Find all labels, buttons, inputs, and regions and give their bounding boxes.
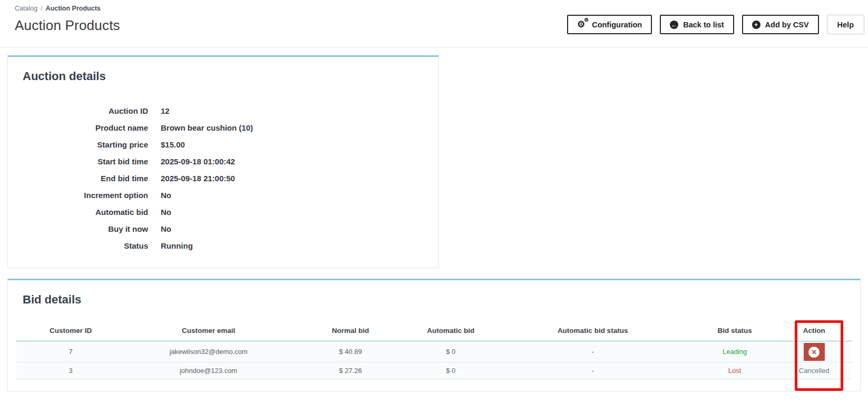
detail-row-buy-it-now: Buy it now No bbox=[23, 220, 430, 237]
configuration-button[interactable]: ⚙⚙ Configuration bbox=[567, 15, 652, 34]
cancel-icon: ✕ bbox=[808, 347, 820, 358]
bid-table-header-row: Customer ID Customer email Normal bid Au… bbox=[16, 319, 852, 341]
cell-automatic-bid-status: - bbox=[492, 362, 693, 379]
cell-bid-status: Lost bbox=[693, 362, 777, 379]
table-row: 7 jakewilson32@demo.com $ 40.89 $ 0 - Le… bbox=[16, 341, 852, 362]
detail-row-starting-price: Starting price $15.00 bbox=[23, 136, 430, 153]
detail-row-status: Status Running bbox=[23, 237, 430, 254]
cell-bid-status: Leading bbox=[693, 341, 777, 362]
add-by-csv-button-label: Add by CSV bbox=[765, 21, 809, 29]
field-value: No bbox=[161, 224, 171, 233]
auction-details-title: Auction details bbox=[23, 70, 430, 83]
field-value: No bbox=[161, 191, 171, 200]
detail-row-start-bid-time: Start bid time 2025-09-18 01:00:42 bbox=[23, 153, 430, 170]
bid-table: Customer ID Customer email Normal bid Au… bbox=[16, 319, 852, 379]
breadcrumb-catalog[interactable]: Catalog bbox=[15, 5, 37, 12]
cell-normal-bid: $ 40.89 bbox=[292, 341, 409, 362]
field-label: Start bid time bbox=[23, 157, 148, 166]
page-title: Auction Products bbox=[15, 17, 120, 34]
field-label: Auction ID bbox=[23, 106, 148, 115]
field-value: 12 bbox=[161, 106, 170, 115]
field-value: No bbox=[161, 208, 171, 217]
back-to-list-button-label: Back to list bbox=[683, 21, 724, 29]
back-circle-icon: ← bbox=[670, 21, 678, 29]
cancel-bid-button[interactable]: ✕ bbox=[804, 343, 825, 361]
table-row: 3 johndoe@123.com $ 27.26 $ 0 - Lost Can… bbox=[16, 362, 852, 379]
detail-row-end-bid-time: End bid time 2025-09-18 21:00:50 bbox=[23, 170, 430, 186]
col-header-action: Action bbox=[776, 319, 852, 341]
col-header-automatic-bid: Automatic bid bbox=[409, 319, 493, 341]
cell-normal-bid: $ 27.26 bbox=[292, 362, 409, 379]
bid-details-title: Bid details bbox=[23, 293, 852, 307]
breadcrumb-current: Auction Products bbox=[46, 5, 101, 12]
auction-details-panel: Auction details Auction ID 12 Product na… bbox=[7, 55, 439, 268]
help-button[interactable]: Help bbox=[827, 15, 864, 34]
col-header-customer-email: Customer email bbox=[125, 319, 292, 341]
detail-row-auction-id: Auction ID 12 bbox=[23, 102, 430, 119]
breadcrumb: Catalog/Auction Products bbox=[15, 5, 120, 12]
cell-customer-id: 7 bbox=[16, 341, 125, 362]
cell-action-cancelled: Cancelled bbox=[776, 362, 852, 379]
field-value: 2025-09-18 21:00:50 bbox=[161, 174, 235, 183]
col-header-normal-bid: Normal bid bbox=[292, 319, 409, 341]
col-header-automatic-bid-status: Automatic bid status bbox=[492, 319, 693, 341]
detail-row-automatic-bid: Automatic bid No bbox=[23, 203, 430, 220]
page-header: Catalog/Auction Products Auction Product… bbox=[0, 0, 868, 47]
cogs-icon: ⚙⚙ bbox=[577, 20, 585, 29]
header-left: Catalog/Auction Products Auction Product… bbox=[15, 4, 120, 34]
field-value: 2025-09-18 01:00:42 bbox=[161, 157, 235, 166]
cell-action: ✕ bbox=[776, 341, 852, 362]
cell-automatic-bid: $ 0 bbox=[409, 341, 493, 362]
field-label: Status bbox=[23, 241, 148, 250]
help-button-label: Help bbox=[837, 21, 854, 29]
detail-row-increment-option: Increment option No bbox=[23, 186, 430, 203]
field-label: Increment option bbox=[23, 191, 148, 200]
cell-automatic-bid-status: - bbox=[492, 341, 693, 362]
field-label: Buy it now bbox=[23, 224, 148, 233]
cell-customer-id: 3 bbox=[16, 362, 125, 379]
cell-customer-email: johndoe@123.com bbox=[125, 362, 292, 379]
detail-row-product-name: Product name Brown bear cushion (10) bbox=[23, 119, 430, 136]
configuration-button-label: Configuration bbox=[592, 21, 642, 29]
col-header-bid-status: Bid status bbox=[693, 319, 777, 341]
field-value: $15.00 bbox=[161, 140, 185, 149]
field-value: Running bbox=[161, 241, 193, 250]
breadcrumb-separator: / bbox=[41, 5, 42, 12]
plus-circle-icon: + bbox=[752, 21, 760, 29]
add-by-csv-button[interactable]: + Add by CSV bbox=[742, 15, 819, 34]
field-label: End bid time bbox=[23, 174, 148, 183]
back-to-list-button[interactable]: ← Back to list bbox=[660, 15, 734, 34]
field-value: Brown bear cushion (10) bbox=[161, 123, 253, 132]
field-label: Product name bbox=[23, 123, 148, 132]
field-label: Starting price bbox=[23, 140, 148, 149]
toolbar: ⚙⚙ Configuration ← Back to list + Add by… bbox=[567, 15, 864, 34]
cell-customer-email: jakewilson32@demo.com bbox=[125, 341, 292, 362]
bid-details-panel: Bid details Customer ID Customer email N… bbox=[7, 279, 861, 391]
cell-automatic-bid: $ 0 bbox=[409, 362, 493, 379]
col-header-customer-id: Customer ID bbox=[16, 319, 125, 341]
field-label: Automatic bid bbox=[23, 208, 148, 217]
